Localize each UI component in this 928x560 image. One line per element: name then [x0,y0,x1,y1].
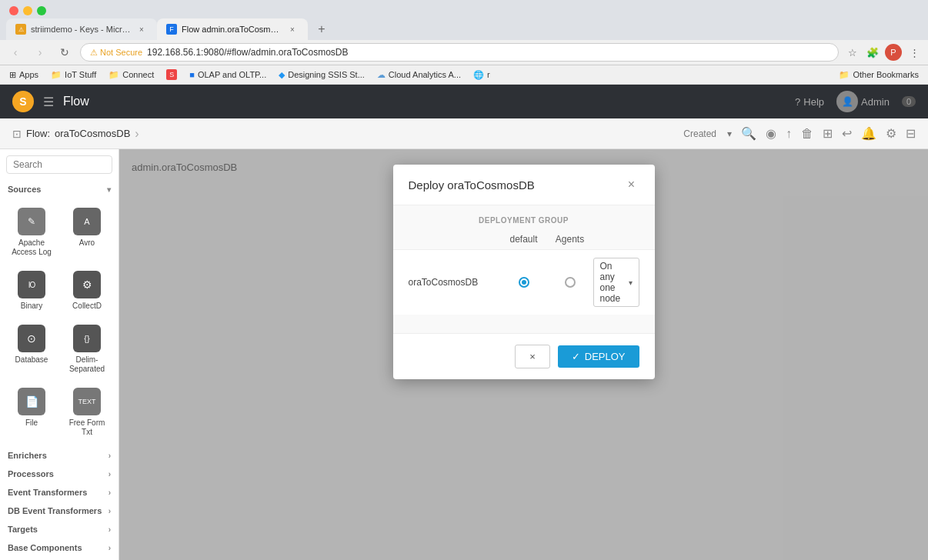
modal-title: Deploy oraToCosmosDB [409,178,535,192]
compare-icon[interactable]: ◉ [766,126,776,141]
bookmark-s[interactable]: S [163,68,180,82]
bookmark-other[interactable]: 📁 Other Bookmarks [836,68,922,82]
profile-icon[interactable]: P [885,44,902,61]
bookmark-r[interactable]: 🌐 r [470,68,493,82]
share-icon[interactable]: ↑ [786,127,792,141]
delete-icon[interactable]: 🗑 [801,127,813,141]
modal-close-button[interactable]: × [624,177,639,192]
deployment-group-label: DEPLOYMENT GROUP [393,205,655,229]
maximize-window-button[interactable] [37,6,46,15]
notification-badge[interactable]: 0 [902,96,916,107]
settings-icon[interactable]: ⚙ [886,126,896,141]
folder-icon-iot: 📁 [51,70,62,80]
tab-close-1[interactable]: × [135,23,148,35]
db-event-transformers-arrow-icon: › [108,507,111,515]
bookmark-connect[interactable]: 📁 Connect [105,68,157,82]
folder-icon-other: 📁 [839,70,850,80]
sidebar-item-avro[interactable]: A Avro [60,202,114,263]
notification-icon[interactable]: 🔔 [861,126,876,141]
sidebar-item-file[interactable]: 📄 File [5,382,58,443]
processors-section[interactable]: Processors › [0,465,119,483]
bookmark-cloud[interactable]: ☁ Cloud Analytics A... [374,68,464,82]
file-label: File [25,418,38,428]
event-transformers-arrow-icon: › [108,488,111,497]
sidebar: Sources ▾ ✎ ApacheAccess Log A Avro IO B… [0,149,119,560]
more-options-icon[interactable]: ⋮ [906,45,922,60]
not-secure-label: Not Secure [100,48,142,57]
db-event-transformers-section[interactable]: DB Event Transformers › [0,502,119,520]
address-bar[interactable]: ⚠ Not Secure 192.168.56.1:9080/#flow/adm… [80,43,839,62]
layout-icon[interactable]: ⊟ [906,126,916,141]
search-input[interactable] [6,155,112,174]
bookmark-ssis[interactable]: ◆ Designing SSIS St... [275,68,368,82]
bookmark-iot[interactable]: 📁 IoT Stuff [48,68,99,82]
browser-tab-2[interactable]: F Flow admin.oraToCosmosDB × [157,18,308,40]
node-dropdown-cell[interactable]: On any one node ▾ [593,258,639,307]
deploy-label: DEPLOY [585,351,626,362]
undo-icon[interactable]: ↩ [842,126,852,141]
star-icon[interactable]: ☆ [845,45,860,60]
breadcrumb: ⊡ Flow: oraToCosmosDB › [12,127,139,141]
created-label: Created [683,128,716,139]
sidebar-item-apache[interactable]: ✎ ApacheAccess Log [5,202,58,263]
modal-body: DEPLOYMENT GROUP default Agents oraToCos… [393,205,655,333]
forward-button[interactable]: › [31,43,49,62]
processors-label: Processors [8,469,54,478]
sources-label: Sources [8,185,41,194]
new-tab-button[interactable]: + [311,18,332,40]
node-dropdown-value: On any one node [600,261,624,304]
node-dropdown[interactable]: On any one node ▾ [593,258,639,307]
app-title: Flow [63,95,89,108]
database-label: Database [15,355,48,365]
sidebar-item-freeform[interactable]: TEXT Free FormTxt [60,382,114,443]
tab-label-2: Flow admin.oraToCosmosDB [182,25,282,34]
search-pipeline-icon[interactable]: 🔍 [741,126,756,141]
avro-label: Avro [79,238,95,248]
bookmarks-bar: ⊞ Apps 📁 IoT Stuff 📁 Connect S ■ OLAP an… [0,65,928,85]
table-row: oraToCosmosDB On any one node ▾ [393,250,655,315]
deploy-button[interactable]: ✓ DEPLOY [558,345,639,368]
grid-icon[interactable]: ⊞ [823,126,833,141]
browser-tab-1[interactable]: ⚠ striimdemo - Keys - Microsof... × [6,18,157,40]
breadcrumb-flow[interactable]: Flow: [26,128,50,139]
folder-icon-connect: 📁 [108,70,119,80]
help-button[interactable]: ? Help [795,96,824,108]
sidebar-item-binary[interactable]: IO Binary [5,265,58,317]
col-header-name [409,234,501,245]
sources-section[interactable]: Sources ▾ [0,180,119,198]
bookmark-olap[interactable]: ■ OLAP and OLTP... [186,68,269,81]
radio-agents[interactable] [565,277,576,288]
tab-label-1: striimdemo - Keys - Microsof... [31,25,131,34]
sources-grid: ✎ ApacheAccess Log A Avro IO Binary ⚙ Co… [0,198,119,446]
breadcrumb-pipeline[interactable]: oraToCosmosDB [55,128,130,139]
enrichers-section[interactable]: Enrichers › [0,446,119,465]
bookmark-apps[interactable]: ⊞ Apps [6,68,42,82]
back-button[interactable]: ‹ [6,43,25,62]
radio-default-cell[interactable] [501,277,547,288]
modal-header: Deploy oraToCosmosDB × [393,165,655,205]
cancel-button[interactable]: × [515,345,550,368]
breadcrumb-actions: Created ▾ 🔍 ◉ ↑ 🗑 ⊞ ↩ 🔔 ⚙ ⊟ [683,126,916,141]
enrichers-arrow-icon: › [108,452,111,460]
breadcrumb-separator: › [135,127,139,141]
freeform-icon: TEXT [73,388,101,415]
sidebar-item-collectd[interactable]: ⚙ CollectD [60,265,114,317]
radio-default[interactable] [519,277,529,288]
minimize-window-button[interactable] [23,6,32,15]
window-controls [0,0,928,18]
tab-close-2[interactable]: × [286,23,299,35]
admin-button[interactable]: 👤 Admin [836,91,890,112]
extensions-icon[interactable]: 🧩 [865,45,880,60]
hamburger-icon[interactable]: ☰ [43,95,54,109]
reload-button[interactable]: ↻ [55,43,74,62]
close-window-button[interactable] [9,6,18,15]
targets-section[interactable]: Targets › [0,520,119,538]
base-components-section[interactable]: Base Components › [0,538,119,557]
apache-label: ApacheAccess Log [12,238,52,257]
sidebar-item-delim[interactable]: {} Delim-Separated [60,318,114,380]
sidebar-item-database[interactable]: ⊙ Database [5,318,58,380]
event-transformers-section[interactable]: Event Transformers › [0,483,119,502]
cancel-x-icon: × [529,351,536,362]
radio-agents-cell[interactable] [547,277,593,288]
avro-icon: A [73,208,101,235]
